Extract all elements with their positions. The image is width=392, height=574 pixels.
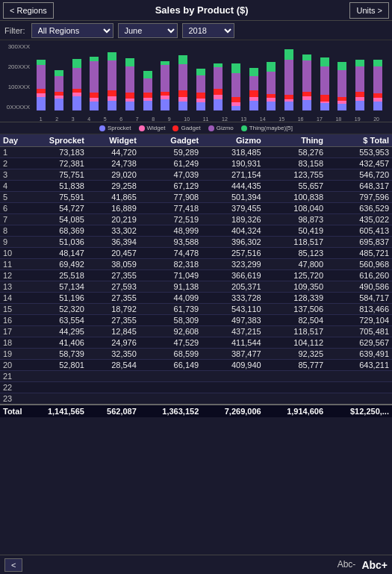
bar-sprocket [143, 101, 152, 110]
bar-thing [55, 70, 63, 76]
table-cell: 705,481 [326, 326, 392, 337]
table-cell: 629,567 [326, 337, 392, 349]
table-cell: 24,738 [87, 158, 140, 169]
bar-sprocket [125, 102, 134, 110]
region-select[interactable]: All Regions North South East West [31, 23, 113, 38]
bar-group [175, 43, 192, 110]
bar-sprocket [178, 102, 187, 110]
bar-gadget [214, 89, 223, 95]
table-row: 1841,40624,97647,529411,544104,112629,56… [0, 337, 392, 349]
year-select[interactable]: 201620172018 20192020 [182, 23, 234, 38]
table-cell: 58,276 [264, 147, 326, 158]
table-cell [326, 393, 392, 405]
col-gadget: Gadget [140, 134, 202, 147]
table-cell: 584,717 [326, 293, 392, 304]
table-cell: 1 [0, 147, 25, 158]
bar-sprocket [337, 104, 346, 110]
x-label: 17 [317, 116, 323, 122]
table-cell [140, 393, 202, 405]
table-cell: 5 [0, 192, 25, 203]
table-cell: 32,350 [87, 349, 140, 360]
bar-sprocket [320, 103, 329, 110]
table-row: 1169,49238,05982,318323,29947,800560,968 [0, 259, 392, 270]
x-label: 19 [355, 116, 361, 122]
regions-button[interactable]: < Regions [3, 2, 54, 19]
bar-stack [125, 58, 134, 110]
bar-gizmo [355, 66, 364, 92]
x-label: 20 [373, 116, 379, 122]
x-label: 15 [279, 116, 284, 122]
y-label-300k: 300XXX [8, 43, 30, 50]
widget-dot [139, 125, 145, 131]
table-cell: 12 [0, 270, 25, 281]
bar-thing [337, 62, 346, 70]
table-cell: 4 [0, 181, 25, 192]
sprocket-dot [99, 125, 105, 131]
back-button[interactable]: < [4, 558, 22, 572]
table-cell: 333,728 [202, 293, 264, 304]
bar-group [299, 43, 316, 110]
bar-stack [90, 57, 99, 110]
bar-group [228, 43, 245, 110]
x-label: 1 [40, 116, 43, 122]
table-cell: 9 [0, 237, 25, 248]
month-select[interactable]: JanuaryFebruaryMarch AprilMayJune JulyAu… [118, 23, 178, 38]
table-cell: 72,519 [140, 214, 202, 225]
chart-y-axis: 300XXX 200XXX 100XXX 0XXXXX [0, 43, 31, 110]
bar-thing [302, 54, 311, 60]
table-cell: 51,196 [25, 293, 87, 304]
table-cell: 404,324 [202, 225, 264, 237]
table-cell: 61,249 [140, 158, 202, 169]
table-cell: 61,739 [140, 304, 202, 315]
bar-thing [320, 57, 329, 66]
bar-gizmo [320, 66, 329, 95]
table-cell: 51,036 [25, 237, 87, 248]
table-cell: 41,865 [87, 192, 140, 203]
legend-thing: Thing(maybe)[5] [241, 125, 293, 131]
table-cell: 73,183 [25, 147, 87, 158]
table-cell: 553,953 [326, 147, 392, 158]
table-cell: 118,517 [264, 237, 326, 248]
bar-sprocket [302, 100, 311, 110]
bar-group [139, 43, 156, 110]
table-row: 272,38124,73861,249190,93183,158432,457 [0, 158, 392, 169]
bar-gizmo [37, 65, 46, 89]
chart-legend: Sprocket Widget Gadget Gizmo Thing(maybe… [0, 122, 392, 134]
table-cell: 2 [0, 158, 25, 169]
table-cell: 125,720 [264, 270, 326, 281]
abc-minus-button[interactable]: Abc- [337, 559, 356, 571]
table-cell: 648,317 [326, 181, 392, 192]
table-cell: 23 [0, 393, 25, 405]
bar-gadget [320, 95, 329, 102]
table-footer: Total1,141,565562,0871,363,1527,269,0061… [0, 405, 392, 417]
table-cell: 387,477 [202, 349, 264, 360]
table-cell: 98,873 [264, 214, 326, 225]
bar-thing [37, 60, 46, 65]
bar-gizmo [231, 73, 240, 97]
table-cell: 10 [0, 248, 25, 259]
bar-thing [355, 60, 364, 66]
bar-group [86, 43, 103, 110]
bar-gizmo [302, 60, 311, 92]
bar-stack [355, 60, 364, 110]
bar-stack [143, 71, 152, 110]
table-cell: 16,889 [87, 203, 140, 214]
bar-gizmo [161, 65, 169, 92]
table-cell: 66,149 [140, 360, 202, 371]
bar-sprocket [161, 99, 169, 110]
page-title: Sales by Product ($) [54, 4, 350, 16]
legend-gadget-label: Gadget [181, 125, 200, 131]
table-cell: 83,158 [264, 158, 326, 169]
table-cell: 51,838 [25, 181, 87, 192]
table-row: 1744,29512,84592,608437,215118,517705,48… [0, 326, 392, 337]
table-cell: 797,596 [326, 192, 392, 203]
units-button[interactable]: Units > [349, 2, 389, 19]
abc-plus-button[interactable]: Abc+ [361, 559, 388, 571]
data-table: Day Sprocket Widget Gadget Gizmo Thing $… [0, 134, 392, 417]
bar-thing [267, 62, 276, 72]
bar-group [281, 43, 298, 110]
table-cell: 189,326 [202, 214, 264, 225]
table-cell: 85,123 [264, 248, 326, 259]
chart-area: 300XXX 200XXX 100XXX 0XXXXX 123456789101… [0, 40, 392, 122]
y-label-100k: 100XXX [8, 84, 30, 90]
